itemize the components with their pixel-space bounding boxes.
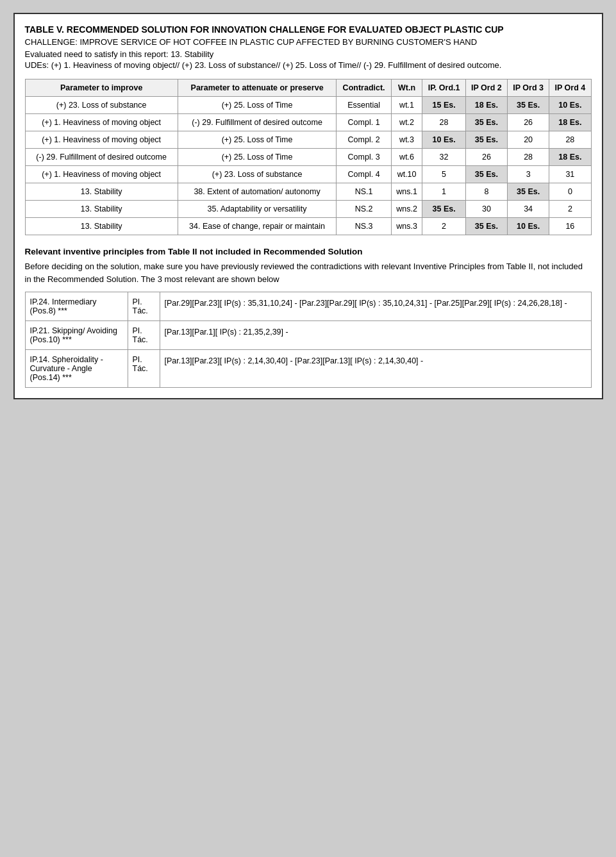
- table-row: (+) 1. Heaviness of moving object(-) 29.…: [25, 114, 591, 131]
- cell-col3: Compl. 1: [337, 114, 391, 131]
- table-row: (+) 23. Loss of substance(+) 25. Loss of…: [25, 97, 591, 114]
- cell-col4: wt.6: [391, 149, 422, 166]
- header-col7: IP Ord 3: [508, 79, 549, 97]
- udes-text: UDEs: (+) 1. Heaviness of moving object/…: [25, 60, 592, 70]
- cell-col3: Essential: [337, 97, 391, 114]
- ip-row: IP.21. Skipping/ Avoiding (Pos.10) ***PI…: [25, 321, 591, 350]
- main-container: TABLE V. RECOMMENDED SOLUTION FOR INNOVA…: [13, 13, 603, 399]
- cell-col3: Compl. 3: [337, 149, 391, 166]
- table-row: (+) 1. Heaviness of moving object(+) 23.…: [25, 166, 591, 183]
- cell-col4: wt.10: [391, 166, 422, 183]
- cell-col6: 35 Es.: [465, 131, 507, 149]
- cell-col7: 3: [508, 166, 549, 183]
- table-row: (+) 1. Heaviness of moving object(+) 25.…: [25, 131, 591, 149]
- header-col1: Parameter to improve: [25, 79, 178, 97]
- ip-row: IP.24. Intermediary (Pos.8) ***PI.Tác.[P…: [25, 292, 591, 321]
- relevant-section-title: Relevant inventive principles from Table…: [25, 247, 592, 256]
- ip-label: IP.24. Intermediary (Pos.8) ***: [25, 292, 128, 321]
- cell-col3: Compl. 2: [337, 131, 391, 149]
- ip-type: PI.Tác.: [128, 321, 160, 350]
- cell-col8: 0: [549, 183, 591, 201]
- cell-col2: (+) 25. Loss of Time: [178, 97, 337, 114]
- table-header-row: Parameter to improve Parameter to attenu…: [25, 79, 591, 97]
- cell-col8: 2: [549, 201, 591, 218]
- cell-col4: wt.2: [391, 114, 422, 131]
- table-row: 13. Stability34. Ease of change, repair …: [25, 218, 591, 235]
- ip-row: IP.14. Spheroidality - Curvature - Angle…: [25, 350, 591, 388]
- cell-col6: 8: [465, 183, 507, 201]
- cell-col2: 35. Adaptability or versatility: [178, 201, 337, 218]
- cell-col1: (+) 1. Heaviness of moving object: [25, 131, 178, 149]
- cell-col5: 32: [422, 149, 466, 166]
- table-row: 13. Stability38. Extent of automation/ a…: [25, 183, 591, 201]
- cell-col4: wns.1: [391, 183, 422, 201]
- cell-col7: 34: [508, 201, 549, 218]
- ip-table: IP.24. Intermediary (Pos.8) ***PI.Tác.[P…: [25, 292, 592, 388]
- ip-content: [Par.13][Par.23][ IP(s) : 2,14,30,40] - …: [160, 350, 591, 388]
- ip-label: IP.21. Skipping/ Avoiding (Pos.10) ***: [25, 321, 128, 350]
- header-col2: Parameter to attenuate or preserve: [178, 79, 337, 97]
- header-col3: Contradict.: [337, 79, 391, 97]
- cell-col8: 18 Es.: [549, 149, 591, 166]
- cell-col4: wns.3: [391, 218, 422, 235]
- cell-col5: 1: [422, 183, 466, 201]
- cell-col7: 35 Es.: [508, 97, 549, 114]
- cell-col1: 13. Stability: [25, 201, 178, 218]
- ip-content: [Par.29][Par.23][ IP(s) : 35,31,10,24] -…: [160, 292, 591, 321]
- cell-col6: 26: [465, 149, 507, 166]
- cell-col7: 35 Es.: [508, 183, 549, 201]
- challenge-text: CHALLENGE: IMPROVE SERVICE OF HOT COFFEE…: [25, 37, 592, 47]
- cell-col8: 18 Es.: [549, 114, 591, 131]
- cell-col2: (-) 29. Fulfillment of desired outcome: [178, 114, 337, 131]
- cell-col3: NS.3: [337, 218, 391, 235]
- relevant-section-desc: Before deciding on the solution, make su…: [25, 260, 592, 285]
- ip-label: IP.14. Spheroidality - Curvature - Angle…: [25, 350, 128, 388]
- cell-col1: (+) 1. Heaviness of moving object: [25, 166, 178, 183]
- table-title: TABLE V. RECOMMENDED SOLUTION FOR INNOVA…: [25, 24, 592, 35]
- cell-col8: 31: [549, 166, 591, 183]
- cell-col1: 13. Stability: [25, 183, 178, 201]
- cell-col8: 10 Es.: [549, 97, 591, 114]
- cell-col2: (+) 25. Loss of Time: [178, 131, 337, 149]
- evaluated-need: Evaluated need to satisfy in this report…: [25, 49, 592, 59]
- cell-col7: 28: [508, 149, 549, 166]
- cell-col4: wt.1: [391, 97, 422, 114]
- cell-col1: (+) 1. Heaviness of moving object: [25, 114, 178, 131]
- table-row: (-) 29. Fulfillment of desired outcome(+…: [25, 149, 591, 166]
- cell-col4: wns.2: [391, 201, 422, 218]
- cell-col1: (-) 29. Fulfillment of desired outcome: [25, 149, 178, 166]
- cell-col1: (+) 23. Loss of substance: [25, 97, 178, 114]
- cell-col5: 35 Es.: [422, 201, 466, 218]
- cell-col2: (+) 25. Loss of Time: [178, 149, 337, 166]
- cell-col6: 35 Es.: [465, 218, 507, 235]
- cell-col5: 15 Es.: [422, 97, 466, 114]
- cell-col5: 10 Es.: [422, 131, 466, 149]
- cell-col5: 2: [422, 218, 466, 235]
- cell-col6: 18 Es.: [465, 97, 507, 114]
- cell-col7: 20: [508, 131, 549, 149]
- cell-col3: NS.1: [337, 183, 391, 201]
- cell-col8: 16: [549, 218, 591, 235]
- cell-col7: 10 Es.: [508, 218, 549, 235]
- cell-col8: 28: [549, 131, 591, 149]
- cell-col3: Compl. 4: [337, 166, 391, 183]
- cell-col2: 34. Ease of change, repair or maintain: [178, 218, 337, 235]
- cell-col4: wt.3: [391, 131, 422, 149]
- table-row: 13. Stability35. Adaptability or versati…: [25, 201, 591, 218]
- cell-col7: 26: [508, 114, 549, 131]
- cell-col5: 28: [422, 114, 466, 131]
- cell-col2: 38. Extent of automation/ autonomy: [178, 183, 337, 201]
- cell-col1: 13. Stability: [25, 218, 178, 235]
- ip-content: [Par.13][Par.1][ IP(s) : 21,35,2,39] -: [160, 321, 591, 350]
- header-col8: IP Ord 4: [549, 79, 591, 97]
- cell-col6: 35 Es.: [465, 166, 507, 183]
- cell-col2: (+) 23. Loss of substance: [178, 166, 337, 183]
- cell-col5: 5: [422, 166, 466, 183]
- ip-type: PI.Tác.: [128, 350, 160, 388]
- cell-col6: 35 Es.: [465, 114, 507, 131]
- cell-col3: NS.2: [337, 201, 391, 218]
- cell-col6: 30: [465, 201, 507, 218]
- header-col6: IP Ord 2: [465, 79, 507, 97]
- header-col5: IP. Ord.1: [422, 79, 466, 97]
- main-table: Parameter to improve Parameter to attenu…: [25, 79, 592, 235]
